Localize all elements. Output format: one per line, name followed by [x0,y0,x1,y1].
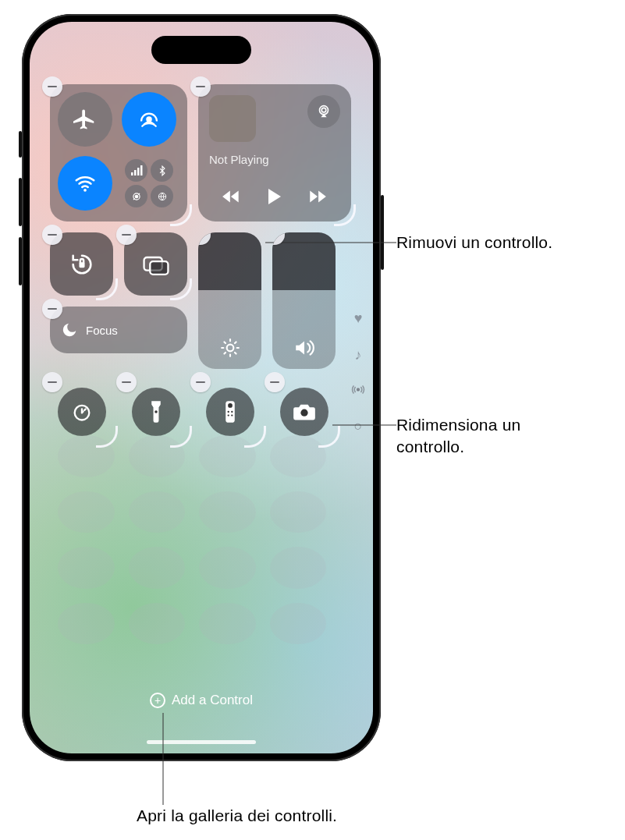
remove-icon[interactable] [116,372,137,392]
now-playing-status: Not Playing [209,153,340,166]
focus-tile[interactable]: Focus [50,307,187,353]
page-indicators[interactable]: ♥ ♪ ○ [351,310,365,434]
bluetooth-icon [151,159,173,182]
svg-point-14 [226,345,233,352]
control-center-edit: Not Playing [30,22,373,753]
remote-icon [224,400,236,424]
camera-tile[interactable] [272,380,336,443]
screen-mirroring-icon [142,253,170,276]
airdrop-icon [137,108,161,131]
hotspot-icon [125,185,147,207]
timer-icon [71,401,93,423]
svg-point-1 [83,189,87,192]
svg-point-16 [154,410,157,413]
flashlight-tile[interactable] [124,380,187,443]
orientation-lock-icon [69,251,95,278]
airdrop-toggle[interactable] [122,92,176,147]
forward-icon [307,189,328,204]
remove-icon[interactable] [42,76,62,97]
svg-rect-3 [134,170,137,175]
moon-icon [61,321,78,338]
svg-point-18 [228,403,233,408]
side-button-power [381,195,384,270]
side-button-vol-up [19,178,22,226]
svg-rect-2 [131,172,133,175]
wifi-toggle[interactable] [58,156,112,211]
orientation-lock-tile[interactable] [50,232,113,296]
svg-point-24 [357,388,360,391]
connectivity-more[interactable] [122,156,176,211]
plus-icon: + [150,693,165,708]
screen: Not Playing [30,22,373,753]
svg-point-19 [227,410,229,412]
add-control-label: Add a Control [172,693,253,708]
remove-icon[interactable] [265,372,285,392]
rewind-icon [222,189,242,204]
svg-point-23 [300,409,307,416]
svg-rect-5 [140,165,143,175]
cellular-icon [125,159,147,182]
media-tile[interactable]: Not Playing [198,84,351,222]
empty-page-icon: ○ [354,418,363,434]
svg-point-10 [321,108,326,112]
dynamic-island [151,36,251,64]
antenna-icon [351,384,365,398]
resize-handle[interactable] [170,278,192,300]
iphone-frame: Not Playing [22,14,381,761]
volume-icon [293,338,315,358]
airplane-icon [73,108,97,131]
focus-label: Focus [86,324,118,337]
svg-rect-4 [137,168,140,175]
forward-button[interactable] [307,189,328,204]
svg-point-9 [320,106,328,115]
side-button-vol-down [19,237,22,285]
remove-icon[interactable] [42,225,62,245]
screen-mirroring-tile[interactable] [124,232,187,296]
callout-gallery: Apri la galleria dei controlli. [137,805,337,827]
empty-slot-grid [58,435,326,644]
rewind-button[interactable] [222,189,242,204]
remove-icon[interactable] [190,372,211,392]
airplay-button[interactable] [307,95,340,128]
airplane-mode-toggle[interactable] [58,92,112,147]
side-button-silence [19,131,22,158]
airplay-icon [315,103,332,120]
timer-tile[interactable] [50,380,113,443]
resize-handle[interactable] [318,426,340,448]
remove-icon[interactable] [190,76,211,97]
camera-icon [293,402,316,421]
callout-resize: Ridimensiona un controllo. [396,414,520,459]
svg-point-22 [231,414,233,416]
volume-slider[interactable] [272,232,336,369]
svg-point-21 [227,414,229,416]
wifi-icon [73,172,97,195]
flashlight-icon [149,400,163,424]
resize-handle[interactable] [334,204,356,226]
play-icon [266,187,283,206]
resize-handle[interactable] [96,278,118,300]
play-button[interactable] [266,187,283,206]
svg-rect-13 [150,261,168,275]
svg-point-6 [135,195,138,198]
add-control-button[interactable]: + Add a Control [150,693,253,708]
heart-icon: ♥ [354,310,363,327]
connectivity-tile[interactable] [50,84,187,222]
music-note-icon: ♪ [355,347,362,363]
album-art-placeholder [209,95,256,142]
remove-icon[interactable] [42,299,62,319]
brightness-slider[interactable] [198,232,261,369]
remove-icon[interactable] [42,372,62,392]
callout-remove: Rimuovi un controllo. [396,232,552,253]
remote-tile[interactable] [198,380,261,443]
brightness-icon [220,338,240,358]
remove-icon[interactable] [116,225,137,245]
svg-point-20 [231,410,233,412]
resize-handle[interactable] [170,204,192,226]
